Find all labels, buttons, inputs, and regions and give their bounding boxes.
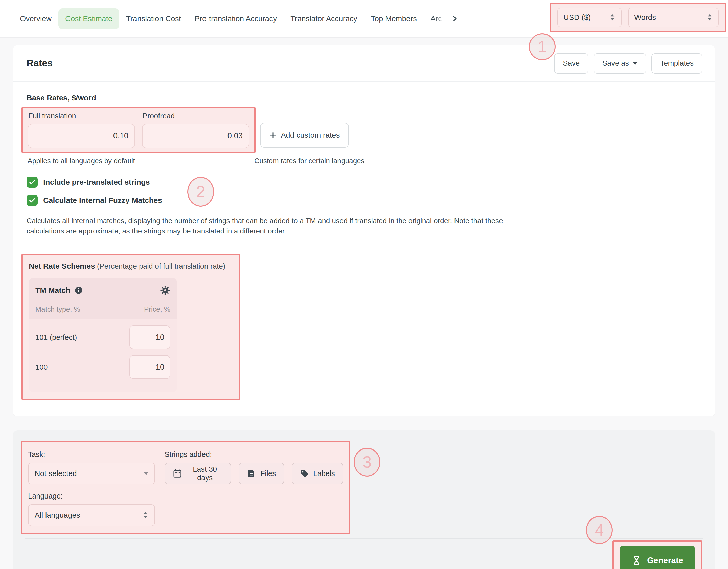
option-include-pretranslated: Include pre-translated strings: [27, 177, 701, 188]
info-icon[interactable]: [74, 286, 83, 294]
net-rate-schemes-heading: Net Rate Schemes (Percentage paid of ful…: [29, 262, 233, 271]
base-rates-heading: Base Rates, $/word: [27, 94, 701, 102]
match-100-price-input[interactable]: [129, 355, 170, 379]
base-rates-right-note: Custom rates for certain languages: [254, 157, 365, 165]
highlight-box-base-rates: Full translation Proofread: [21, 107, 256, 153]
save-button[interactable]: Save: [554, 53, 588, 74]
currency-select[interactable]: USD ($): [557, 8, 622, 27]
templates-button-label: Templates: [660, 59, 694, 68]
base-rates-left-note: Applies to all languages by default: [28, 157, 135, 165]
save-button-label: Save: [563, 59, 580, 68]
tm-match-title: TM Match: [35, 286, 70, 294]
match-101-price-input[interactable]: [129, 325, 170, 349]
match-type-column-label: Match type, %: [35, 305, 80, 313]
save-as-button[interactable]: Save as: [594, 53, 646, 74]
tm-match-card-header: TM Match: [29, 278, 177, 319]
save-as-button-label: Save as: [602, 59, 629, 68]
option-internal-fuzzy: Calculate Internal Fuzzy Matches: [27, 195, 701, 206]
labels-filter-label: Labels: [313, 469, 335, 478]
checkmark-icon: [28, 197, 36, 204]
fuzzy-matches-description: Calculates all internal matches, display…: [27, 216, 511, 236]
language-label: Language:: [28, 492, 343, 500]
base-rates-notes: Applies to all languages by default Cust…: [27, 157, 701, 166]
calendar-icon: [173, 469, 182, 478]
strings-added-label: Strings added:: [165, 450, 343, 459]
proofread-field: Proofread: [142, 111, 249, 148]
currency-select-value: USD ($): [563, 13, 591, 22]
full-translation-label: Full translation: [28, 112, 135, 120]
checkbox-include-pretranslated-checked[interactable]: [27, 177, 38, 188]
price-column-label: Price, %: [144, 305, 170, 313]
net-rate-schemes-note: (Percentage paid of full translation rat…: [97, 262, 225, 270]
rates-actions: Save Save as Templates: [554, 53, 702, 74]
strings-added-filters: Last 30 days Files Labels: [165, 463, 343, 484]
tab-translator-accuracy[interactable]: Translator Accuracy: [284, 8, 364, 29]
annotation-step-1: 1: [529, 33, 556, 60]
language-select[interactable]: All languages: [28, 504, 155, 526]
tm-match-card-body: 101 (perfect) 100: [29, 319, 177, 392]
task-select[interactable]: Not selected: [28, 463, 155, 484]
annotation-step-4: 4: [586, 516, 613, 544]
gear-icon: [160, 285, 170, 295]
caret-down-icon: [144, 472, 148, 475]
updown-arrows-icon: [707, 13, 713, 21]
chevron-right-icon: [451, 15, 459, 23]
tm-match-columns: Match type, % Price, %: [35, 305, 170, 313]
rates-title: Rates: [27, 58, 53, 69]
match-101-label: 101 (perfect): [35, 333, 77, 341]
tm-match-card: TM Match: [29, 278, 177, 392]
hourglass-icon: [631, 555, 642, 565]
tab-top-members[interactable]: Top Members: [364, 8, 424, 29]
tab-pre-translation-accuracy[interactable]: Pre-translation Accuracy: [188, 8, 284, 29]
annotation-step-3: 3: [354, 448, 380, 476]
tabs-overflow-button[interactable]: [448, 12, 461, 25]
tab-overview[interactable]: Overview: [13, 8, 58, 29]
unit-select-value: Words: [634, 13, 656, 22]
include-pretranslated-label: Include pre-translated strings: [43, 178, 150, 187]
highlight-box-net-rate-schemes: Net Rate Schemes (Percentage paid of ful…: [21, 254, 240, 400]
highlight-box-filters: Task: Not selected Strings added:: [21, 441, 350, 534]
task-label: Task:: [28, 450, 165, 459]
updown-arrows-icon: [609, 13, 616, 21]
rates-card: Rates Save Save as Templates Base Rates,…: [13, 45, 715, 416]
caret-down-icon: [633, 62, 638, 65]
highlight-box-units: USD ($) Words: [550, 3, 726, 32]
base-rates-row: Full translation Proofread Add custom ra…: [27, 107, 701, 153]
checkbox-internal-fuzzy-checked[interactable]: [27, 195, 38, 206]
generate-button-label: Generate: [647, 556, 683, 565]
labels-filter-button[interactable]: Labels: [292, 463, 343, 484]
unit-select[interactable]: Words: [628, 8, 719, 27]
tm-match-row-100: 100: [35, 355, 170, 379]
tab-translation-cost[interactable]: Translation Cost: [119, 8, 188, 29]
net-rate-schemes-title: Net Rate Schemes: [29, 262, 95, 270]
full-translation-input[interactable]: [28, 124, 135, 148]
tm-match-row-101: 101 (perfect): [35, 325, 170, 349]
tab-archived-truncated[interactable]: Arc: [424, 8, 448, 29]
proofread-label: Proofread: [143, 112, 249, 120]
add-custom-rates-button[interactable]: Add custom rates: [260, 123, 349, 148]
generate-button[interactable]: Generate: [620, 546, 695, 569]
updown-arrows-icon: [142, 511, 148, 519]
match-100-label: 100: [35, 363, 48, 371]
tab-cost-estimate[interactable]: Cost Estimate: [58, 8, 119, 29]
add-custom-rates-label: Add custom rates: [281, 131, 340, 140]
date-range-filter-button[interactable]: Last 30 days: [165, 463, 231, 484]
plus-icon: [269, 131, 277, 139]
report-content: Rates Save Save as Templates Base Rates,…: [0, 38, 728, 569]
filter-labels-row: Task: Not selected Strings added:: [28, 450, 343, 484]
tm-settings-button[interactable]: [160, 285, 170, 295]
task-select-value: Not selected: [35, 469, 77, 478]
templates-button[interactable]: Templates: [651, 53, 702, 74]
tag-icon: [300, 469, 309, 478]
files-filter-button[interactable]: Files: [239, 463, 284, 484]
checkmark-icon: [28, 178, 36, 186]
report-tab-bar: Overview Cost Estimate Translation Cost …: [0, 0, 728, 38]
date-range-filter-label: Last 30 days: [187, 465, 223, 482]
rates-card-header: Rates Save Save as Templates: [13, 45, 715, 82]
full-translation-field: Full translation: [28, 111, 135, 148]
rates-card-body: Base Rates, $/word Full translation Proo…: [13, 82, 715, 416]
proofread-input[interactable]: [142, 124, 249, 148]
language-select-value: All languages: [35, 511, 80, 519]
files-filter-label: Files: [260, 469, 276, 478]
annotation-step-2: 2: [187, 177, 214, 207]
